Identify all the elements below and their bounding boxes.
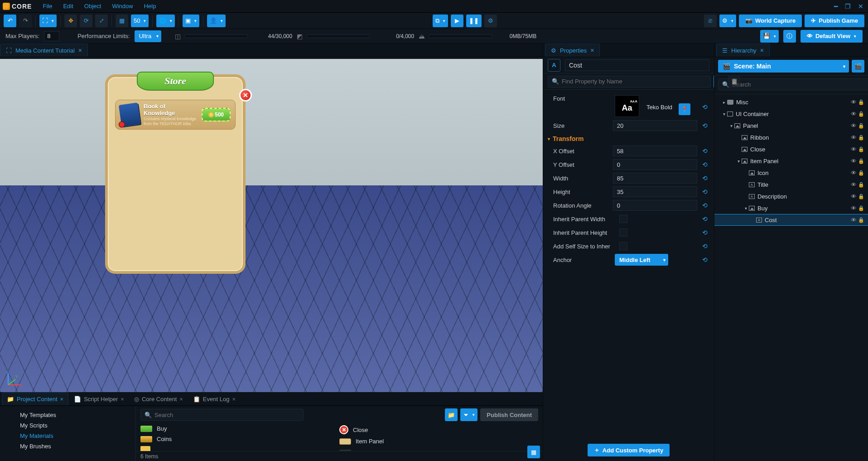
hierarchy-tab[interactable]: ☰ Hierarchy ×	[716, 44, 770, 57]
info-button[interactable]: ⓘ	[783, 30, 796, 43]
height-input[interactable]	[613, 186, 697, 197]
visibility-icon[interactable]: 👁	[849, 193, 858, 200]
hierarchy-item-close[interactable]: Close👁🔒	[714, 143, 868, 155]
perf-limits-dropdown[interactable]: Ultra	[135, 30, 161, 42]
hierarchy-item-item-panel[interactable]: ▾Item Panel👁🔒	[714, 155, 868, 167]
profiler-button[interactable]: ⚙	[484, 15, 497, 27]
hierarchy-search-input[interactable]	[732, 81, 868, 88]
tab-core-content[interactable]: ◎ Core Content ×	[130, 393, 188, 405]
visibility-icon[interactable]: 👁	[849, 181, 858, 188]
menu-help[interactable]: Help	[139, 3, 162, 10]
add-self-checkbox[interactable]	[619, 242, 627, 250]
width-reset-button[interactable]: ⟲	[701, 175, 709, 182]
select-mode-button[interactable]: ⛶▾	[39, 15, 57, 27]
viewport-tab-close-icon[interactable]: ×	[78, 47, 82, 54]
visibility-icon[interactable]: 👁	[849, 99, 858, 106]
object-name-input[interactable]	[565, 59, 709, 71]
settings-button[interactable]: ⚙▾	[719, 15, 736, 27]
visibility-icon[interactable]: 👁	[849, 158, 858, 165]
hierarchy-item-title[interactable]: ATitle👁🔒	[714, 179, 868, 190]
visibility-icon[interactable]: 👁	[849, 122, 858, 129]
character-button[interactable]: 👤▾	[207, 15, 226, 27]
asset-close[interactable]: ✕Close	[339, 423, 538, 436]
tab-project-content-close-icon[interactable]: ×	[60, 396, 64, 403]
snap-value-dropdown[interactable]: 50▾	[131, 15, 149, 27]
y-offset-input[interactable]	[613, 159, 697, 170]
close-icon[interactable]: ✕	[856, 3, 865, 10]
x-offset-input[interactable]	[613, 146, 697, 156]
tab-script-helper-close-icon[interactable]: ×	[121, 396, 124, 403]
save-dropdown-button[interactable]: 💾▾	[760, 30, 779, 43]
visibility-icon[interactable]: 👁	[849, 111, 858, 117]
lock-icon[interactable]: 🔒	[858, 99, 864, 105]
store-buy-button[interactable]: 500	[202, 108, 231, 121]
grid-view-toggle-button[interactable]: ▦	[527, 446, 540, 458]
size-reset-button[interactable]: ⟲	[701, 122, 709, 129]
menu-edit[interactable]: Edit	[58, 3, 78, 10]
hierarchy-item-ribbon[interactable]: Ribbon👁🔒	[714, 131, 868, 143]
viewport[interactable]: Book of Knowledge Contains mystical know…	[0, 57, 543, 392]
lock-icon[interactable]: 🔒	[858, 182, 864, 188]
hierarchy-tab-close-icon[interactable]: ×	[760, 47, 764, 54]
inherit-width-checkbox[interactable]	[619, 215, 627, 223]
hierarchy-item-cost[interactable]: ACost👁🔒	[714, 214, 868, 226]
scene-manager-button[interactable]: 🎬	[852, 60, 864, 73]
scale-tool-button[interactable]: ⤢	[95, 15, 108, 27]
asset-buy[interactable]: Buy	[140, 423, 339, 434]
multiplayer-preview-button[interactable]: ⧉▾	[433, 15, 448, 27]
lock-icon[interactable]: 🔒	[858, 111, 864, 117]
redo-button[interactable]: ↷	[19, 15, 32, 27]
move-tool-button[interactable]: ✥	[64, 15, 77, 27]
size-input[interactable]	[613, 120, 697, 131]
lock-icon[interactable]: 🔒	[858, 217, 864, 223]
viewport-canvas[interactable]: Book of Knowledge Contains mystical know…	[0, 59, 543, 392]
property-search[interactable]: 🔍	[548, 76, 711, 87]
hierarchy-item-icon[interactable]: Icon👁🔒	[714, 167, 868, 179]
visibility-icon[interactable]: 👁	[849, 217, 858, 223]
properties-tab[interactable]: ⚙ Properties ×	[545, 44, 600, 57]
menu-file[interactable]: File	[37, 3, 58, 10]
max-players-input[interactable]	[44, 31, 59, 41]
publish-game-button[interactable]: ✈ Publish Game	[805, 15, 864, 27]
camera-button[interactable]: ▣▾	[183, 15, 199, 27]
lock-icon[interactable]: 🔒	[858, 135, 864, 141]
tab-event-log-close-icon[interactable]: ×	[232, 396, 236, 403]
rotate-tool-button[interactable]: ⟳	[80, 15, 92, 27]
inherit-width-reset-button[interactable]: ⟲	[700, 215, 709, 223]
world-capture-button[interactable]: 📷 World Capture	[739, 15, 802, 27]
hierarchy-item-buy[interactable]: ▾Buy👁🔒	[714, 202, 868, 214]
asset-hidden2[interactable]: …	[339, 446, 538, 451]
tab-project-content[interactable]: 📁 Project Content ×	[2, 393, 68, 405]
lock-icon[interactable]: 🔒	[858, 170, 864, 176]
inherit-height-reset-button[interactable]: ⟲	[700, 229, 709, 236]
asset-coins[interactable]: Coins	[140, 434, 339, 444]
menu-window[interactable]: Window	[106, 3, 138, 10]
y-offset-reset-button[interactable]: ⟲	[701, 161, 709, 168]
filter-dropdown-button[interactable]: ⏷▾	[460, 408, 477, 421]
scene-selector[interactable]: 🎬 Scene: Main	[718, 60, 849, 73]
hierarchy-item-panel[interactable]: ▾Panel👁🔒	[714, 120, 868, 131]
hierarchy-item-description[interactable]: ADescription👁🔒	[714, 190, 868, 202]
publish-content-button[interactable]: Publish Content	[480, 408, 538, 421]
project-content-search-input[interactable]	[154, 412, 299, 418]
font-picker-button[interactable]: 📍	[679, 103, 690, 115]
menu-object[interactable]: Object	[79, 3, 107, 10]
lock-icon[interactable]: 🔒	[858, 123, 864, 129]
stream-button[interactable]: ⎚	[704, 15, 717, 27]
transform-section-header[interactable]: Transform	[548, 132, 709, 144]
add-custom-property-button[interactable]: ＋ Add Custom Property	[588, 444, 670, 456]
rotation-reset-button[interactable]: ⟲	[701, 202, 709, 209]
play-button[interactable]: ▶	[451, 15, 463, 27]
viewport-tab[interactable]: ⛶ Media Content Tutorial ×	[0, 44, 88, 57]
font-reset-button[interactable]: ⟲	[700, 103, 709, 111]
tree-my-templates[interactable]: My Templates	[0, 410, 135, 420]
property-search-input[interactable]	[562, 78, 707, 85]
anchor-reset-button[interactable]: ⟲	[700, 256, 709, 263]
tree-my-materials[interactable]: My Materials	[0, 431, 135, 441]
inherit-height-checkbox[interactable]	[619, 228, 627, 237]
properties-tab-close-icon[interactable]: ×	[590, 47, 594, 54]
tree-my-scripts[interactable]: My Scripts	[0, 420, 135, 431]
lock-icon[interactable]: 🔒	[858, 194, 864, 199]
width-input[interactable]	[613, 173, 697, 184]
rotation-input[interactable]	[613, 200, 697, 211]
